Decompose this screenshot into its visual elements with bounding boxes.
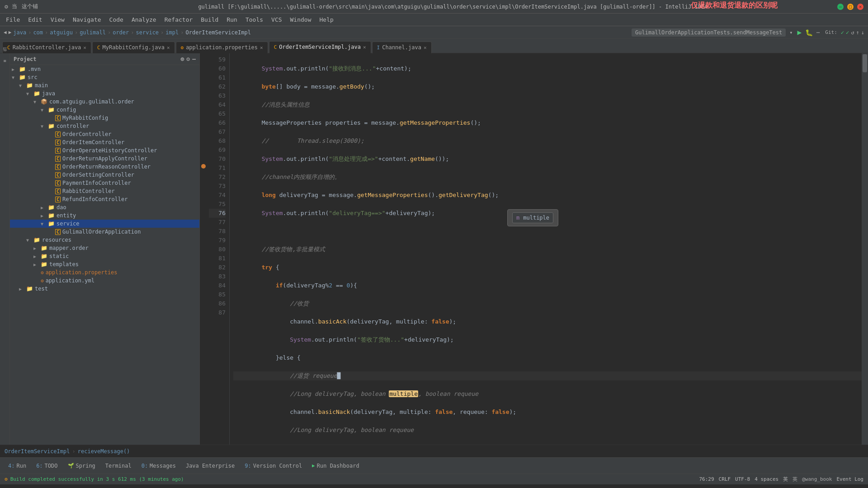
nav-gulimall[interactable]: gulimall — [80, 29, 106, 36]
nav-impl[interactable]: impl — [165, 29, 179, 36]
tree-test[interactable]: ▶ 📁 test — [10, 285, 199, 293]
bottom-tab-versioncontrol[interactable]: 9: Version Control — [240, 461, 307, 471]
tree-orderoperatehistory[interactable]: C OrderOperateHistoryController — [10, 146, 199, 155]
nav-order[interactable]: order — [113, 29, 129, 36]
more-run-options[interactable]: ⋯ — [816, 29, 820, 36]
tree-config[interactable]: ▼ 📁 config — [10, 106, 199, 114]
tree-main[interactable]: ▼ 📁 main — [10, 81, 199, 89]
tree-gulimallapp[interactable]: C GulimallOrderApplication — [10, 228, 199, 236]
menu-code[interactable]: Code — [106, 15, 127, 24]
tree-mapper-order[interactable]: ▶ 📁 mapper.order — [10, 244, 199, 252]
tree-dao[interactable]: ▶ 📁 dao — [10, 203, 199, 211]
tab-close-channel[interactable]: ✕ — [424, 45, 427, 51]
run-config-dropdown[interactable]: ▾ — [789, 29, 793, 36]
bottom-tab-terminal[interactable]: Terminal — [101, 461, 136, 471]
tree-mvn[interactable]: ▶ 📁 .mvn — [10, 65, 199, 73]
tree-refundinfo[interactable]: C RefundInfoController — [10, 195, 199, 203]
tree-orderitemcontroller[interactable]: C OrderItemController — [10, 138, 199, 146]
tree-java[interactable]: ▼ 📁 java — [10, 89, 199, 98]
tree-arrow-java: ▼ — [26, 91, 33, 96]
menu-edit[interactable]: Edit — [24, 15, 46, 24]
git-pull[interactable]: ↓ — [861, 29, 864, 36]
git-checkmark2[interactable]: ✓ — [846, 29, 849, 36]
nav-com[interactable]: com — [33, 29, 43, 36]
class-icon-orderoperate: C — [55, 148, 61, 154]
tab-myrabbit-config[interactable]: C MyRabbitConfig.java ✕ — [92, 42, 175, 53]
git-undo[interactable]: ↺ — [851, 29, 854, 36]
tab-close-rabbit[interactable]: ✕ — [83, 45, 86, 51]
tab-close-orderitem[interactable]: ✕ — [363, 44, 366, 50]
structure-icon[interactable]: ≡ — [3, 58, 6, 63]
tree-ordercontroller[interactable]: C OrderController — [10, 130, 199, 138]
tree-myrabbitconfig[interactable]: C MyRabbitConfig — [10, 114, 199, 122]
run-button[interactable]: ▶ — [797, 28, 802, 37]
debug-button[interactable]: 🐛 — [805, 29, 813, 36]
status-right: 76:29 CRLF UTF-8 4 spaces 英 英 @wang_book… — [699, 476, 863, 483]
nav-service[interactable]: service — [136, 29, 159, 36]
tab-close-myrabbit[interactable]: ✕ — [167, 45, 170, 51]
tree-templates[interactable]: ▶ 📁 templates — [10, 260, 199, 268]
gutter-breakpoint[interactable] — [200, 162, 207, 171]
nav-java[interactable]: java — [13, 29, 26, 36]
tree-service[interactable]: ▼ 📁 service — [10, 220, 199, 228]
tab-orderitem-service-impl[interactable]: C OrderItemServiceImpl.java ✕ — [269, 41, 371, 53]
code-editor[interactable]: 59 60 61 62 63 64 65 66 67 68 69 70 71 7… — [200, 53, 868, 445]
scroll-indicator-bar[interactable] — [862, 53, 868, 445]
nav-forward-icon[interactable]: ▶ — [9, 29, 12, 35]
maximize-button[interactable]: □ — [847, 4, 854, 10]
tree-src[interactable]: ▼ 📁 src — [10, 73, 199, 81]
code-content[interactable]: System.out.println("接收到消息..."+content); … — [230, 53, 868, 445]
menu-tools[interactable]: Tools — [242, 15, 267, 24]
menu-navigate[interactable]: Navigate — [69, 15, 105, 24]
tree-orderreturnapply[interactable]: C OrderReturnApplyController — [10, 155, 199, 163]
nav-atguigu[interactable]: atguigu — [50, 29, 73, 36]
scroll-thumb[interactable] — [863, 54, 867, 72]
tree-resources[interactable]: ▼ 📁 resources — [10, 236, 199, 244]
tab-application-properties[interactable]: ⚙ application.properties ✕ — [176, 42, 268, 53]
nav-back-icon[interactable]: ◀ — [4, 29, 7, 35]
bottom-tab-javaenterprise[interactable]: Java Enterprise — [181, 461, 239, 471]
event-log-label[interactable]: Event Log — [836, 476, 863, 482]
menu-file[interactable]: File — [2, 15, 24, 24]
close-button[interactable]: ✕ — [857, 4, 863, 10]
menu-run[interactable]: Run — [223, 15, 241, 24]
tree-package[interactable]: ▼ 📦 com.atguigu.gulimall.order — [10, 98, 199, 106]
menu-window[interactable]: Window — [287, 15, 315, 24]
tree-ordersetting[interactable]: C OrderSettingController — [10, 171, 199, 179]
tree-appprops[interactable]: ⚙ application.properties — [10, 268, 199, 277]
tree-static[interactable]: ▶ 📁 static — [10, 252, 199, 260]
bottom-tab-todo[interactable]: 6: TODO — [32, 461, 62, 471]
run-config-selector[interactable]: GulimallOrderApplicationTests.sendMessag… — [632, 28, 786, 37]
bottom-tab-spring[interactable]: 🌱 Spring — [63, 461, 100, 471]
tab-rabbit-controller[interactable]: C RabbitController.java ✕ — [2, 42, 91, 53]
tree-appyml[interactable]: ⚙ application.yml — [10, 277, 199, 285]
menu-build[interactable]: Build — [197, 15, 222, 24]
menu-refactor[interactable]: Refactor — [161, 15, 197, 24]
minimize-button[interactable]: — — [837, 4, 844, 10]
tree-label-dao: dao — [57, 204, 66, 211]
menu-analyze[interactable]: Analyze — [128, 15, 160, 24]
sidebar-collapse-icon[interactable]: — — [192, 56, 196, 62]
tab-channel[interactable]: I Channel.java ✕ — [372, 42, 432, 53]
tab-label-myrabbit: MyRabbitConfig.java — [103, 44, 165, 51]
git-checkmark[interactable]: ✓ — [841, 29, 844, 36]
tree-controller[interactable]: ▼ 📁 controller — [10, 122, 199, 130]
line-num-61: 61 — [209, 73, 226, 82]
tab-close-appprops[interactable]: ✕ — [260, 45, 263, 51]
nav-class[interactable]: OrderItemServiceImpl — [185, 29, 251, 36]
tree-rabbitcontroller[interactable]: C RabbitController — [10, 187, 199, 195]
bottom-tab-rundashboard[interactable]: ▶ Run Dashboard — [307, 461, 364, 471]
sidebar-settings-icon[interactable]: ⚙ — [186, 56, 190, 62]
tree-orderreturnreason[interactable]: C OrderReturnReasonController — [10, 163, 199, 171]
menu-help[interactable]: Help — [316, 15, 337, 24]
bottom-tab-run[interactable]: 4: Run — [4, 461, 31, 471]
bottom-tab-messages[interactable]: 0: Messages — [137, 461, 180, 471]
menu-vcs[interactable]: VCS — [268, 15, 285, 24]
tree-paymentinfo[interactable]: C PaymentInfoController — [10, 179, 199, 187]
sidebar-new-icon[interactable]: ⊕ — [181, 56, 184, 62]
breadcrumb-method[interactable]: recieveMessage() — [78, 448, 130, 455]
tree-entity[interactable]: ▶ 📁 entity — [10, 211, 199, 220]
git-push[interactable]: ↑ — [856, 29, 859, 36]
breadcrumb-class[interactable]: OrderItemServiceImpl — [5, 448, 70, 455]
menu-view[interactable]: View — [47, 15, 68, 24]
